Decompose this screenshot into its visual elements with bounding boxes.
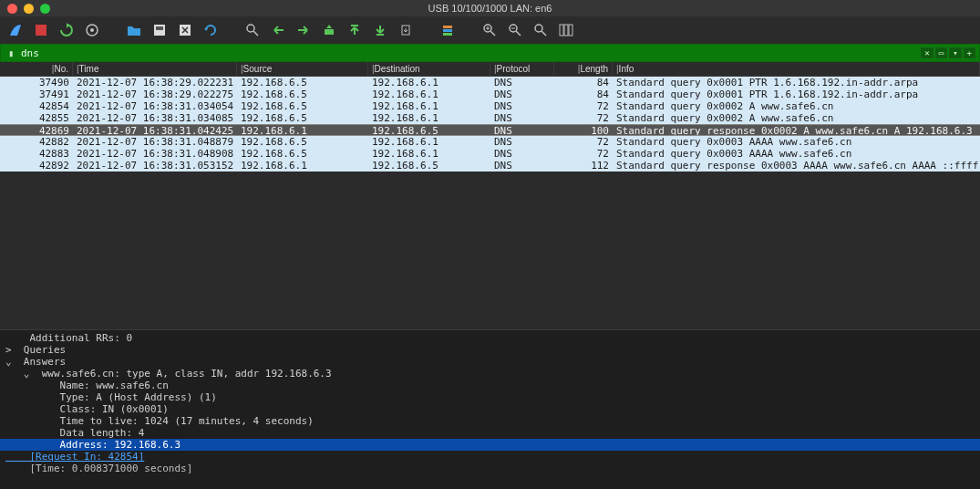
detail-answer-item[interactable]: ⌄ www.safe6.cn: type A, class IN, addr 1… [0,368,980,380]
go-last-icon[interactable] [372,22,388,38]
detail-class[interactable]: Class: IN (0x0001) [0,403,980,415]
cell-col-len: 100 [554,125,613,135]
svg-point-2 [90,28,94,32]
save-file-icon[interactable] [151,22,168,38]
go-forward-icon[interactable] [295,22,312,38]
cell-col-len: 84 [554,88,613,100]
detail-request-in[interactable]: [Request In: 42854] [0,451,980,463]
stop-capture-icon[interactable] [33,22,49,38]
go-to-packet-icon[interactable] [321,22,337,38]
minimize-button[interactable] [24,4,34,14]
col-info[interactable]: Info [613,62,980,76]
find-icon[interactable] [244,22,261,38]
svg-point-22 [535,25,542,32]
packet-list[interactable]: 374902021-12-07 16:38:29.022231192.168.6… [0,77,980,172]
restart-capture-icon[interactable] [58,22,75,38]
cell-col-len: 72 [554,112,613,124]
clear-filter-button[interactable]: ✕ [921,47,933,58]
cell-col-no: 37490 [0,77,73,88]
bookmark-filter-icon[interactable]: ▮ [5,48,17,58]
cell-col-src: 192.168.6.5 [237,148,368,160]
cell-col-proto: DNS [490,148,554,160]
auto-scroll-icon[interactable] [397,22,414,38]
shark-fin-icon[interactable] [7,22,24,38]
col-protocol[interactable]: Protocol [490,62,554,76]
svg-rect-13 [443,29,452,32]
packet-row[interactable]: 374902021-12-07 16:38:29.022231192.168.6… [0,77,980,88]
cell-col-info: Standard query response 0x0002 A www.saf… [613,125,980,135]
detail-name[interactable]: Name: www.safe6.cn [0,380,980,391]
col-time[interactable]: Time [73,62,237,76]
cell-col-src: 192.168.6.5 [237,77,368,88]
close-file-icon[interactable] [177,22,193,38]
cell-col-info: Standard query 0x0002 A www.safe6.cn [613,100,980,112]
cell-col-proto: DNS [490,88,554,100]
cell-col-info: Standard query 0x0001 PTR 1.6.168.192.in… [613,77,980,88]
detail-queries[interactable]: > Queries [0,344,980,356]
cell-col-info: Standard query 0x0002 A www.safe6.cn [613,112,980,124]
colorize-icon[interactable] [439,22,456,38]
maximize-button[interactable] [40,4,50,14]
zoom-in-icon[interactable] [481,22,498,38]
cell-col-time: 2021-12-07 16:38:31.034085 [73,112,237,124]
detail-additional-rrs[interactable]: Additional RRs: 0 [0,332,980,344]
cell-col-dst: 192.168.6.1 [368,100,490,112]
cell-col-no: 42854 [0,100,73,112]
reload-file-icon[interactable] [202,22,219,38]
cell-col-len: 72 [554,100,613,112]
cell-col-src: 192.168.6.5 [237,88,368,100]
display-filter-input[interactable] [17,47,921,59]
packet-row[interactable]: 428692021-12-07 16:38:31.042425192.168.6… [0,124,980,136]
go-back-icon[interactable] [270,22,286,38]
col-destination[interactable]: Destination [368,62,490,76]
cell-col-proto: DNS [490,112,554,124]
close-button[interactable] [7,4,17,14]
cell-col-src: 192.168.6.1 [237,125,368,135]
titlebar: USB 10/100/1000 LAN: en6 [0,0,980,16]
packet-list-empty-area [0,172,980,329]
detail-address[interactable]: Address: 192.168.6.3 [0,439,980,451]
detail-ttl[interactable]: Time to live: 1024 (17 minutes, 4 second… [0,415,980,427]
open-file-icon[interactable] [126,22,142,38]
packet-details-pane[interactable]: Additional RRs: 0 > Queries ⌄ Answers ⌄ … [0,329,980,489]
go-first-icon[interactable] [346,22,363,38]
svg-rect-26 [569,25,573,36]
resize-columns-icon[interactable] [558,22,574,38]
cell-col-no: 42855 [0,112,73,124]
traffic-lights [0,1,57,16]
cell-col-time: 2021-12-07 16:38:31.048879 [73,136,237,148]
svg-rect-24 [560,25,563,36]
zoom-out-icon[interactable] [507,22,523,38]
cell-col-info: Standard query 0x0003 AAAA www.safe6.cn [613,136,980,148]
cell-col-no: 42882 [0,136,73,148]
capture-options-icon[interactable] [84,22,100,38]
cell-col-proto: DNS [490,160,554,172]
packet-row[interactable]: 428832021-12-07 16:38:31.048908192.168.6… [0,148,980,160]
cell-col-src: 192.168.6.5 [237,136,368,148]
col-no[interactable]: No. [0,62,73,76]
svg-rect-0 [36,25,46,36]
cell-col-len: 112 [554,160,613,172]
detail-time[interactable]: [Time: 0.008371000 seconds] [0,463,980,474]
cell-col-dst: 192.168.6.1 [368,136,490,148]
packet-row[interactable]: 374912021-12-07 16:38:29.022275192.168.6… [0,88,980,100]
packet-list-header[interactable]: No. Time Source Destination Protocol Len… [0,62,980,77]
cell-col-no: 42869 [0,125,73,135]
svg-rect-4 [156,26,163,30]
filter-history-dropdown[interactable]: ▾ [949,47,961,58]
add-filter-button[interactable]: + [964,47,975,58]
col-source[interactable]: Source [237,62,368,76]
detail-datalen[interactable]: Data length: 4 [0,427,980,439]
detail-type[interactable]: Type: A (Host Address) (1) [0,391,980,403]
packet-row[interactable]: 428542021-12-07 16:38:31.034054192.168.6… [0,100,980,112]
packet-row[interactable]: 428552021-12-07 16:38:31.034085192.168.6… [0,112,980,124]
apply-filter-button[interactable]: ▭ [935,47,947,58]
cell-col-dst: 192.168.6.1 [368,148,490,160]
cell-col-no: 42883 [0,148,73,160]
svg-line-7 [253,31,258,36]
col-length[interactable]: Length [554,62,613,76]
zoom-reset-icon[interactable] [532,22,549,38]
packet-row[interactable]: 428822021-12-07 16:38:31.048879192.168.6… [0,136,980,148]
packet-row[interactable]: 428922021-12-07 16:38:31.053152192.168.6… [0,160,980,172]
detail-answers[interactable]: ⌄ Answers [0,356,980,368]
